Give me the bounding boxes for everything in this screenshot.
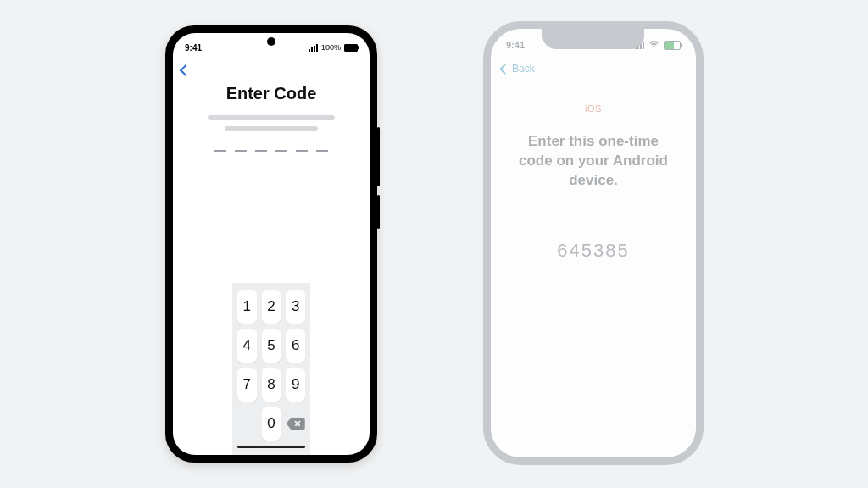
back-button-label[interactable]: Back — [512, 63, 535, 75]
iphone-phone: 9:41 Back iOS Enter this one-time code o… — [483, 21, 704, 465]
keypad-key-6[interactable]: 6 — [286, 329, 305, 363]
battery-icon — [664, 41, 681, 50]
code-slot — [316, 150, 328, 152]
code-input[interactable] — [214, 150, 328, 152]
code-slot — [214, 150, 226, 152]
android-camera-hole — [267, 37, 275, 46]
keypad-key-8[interactable]: 8 — [262, 368, 281, 402]
stage: 9:41 100% Enter Code — [0, 0, 868, 488]
keypad-key-3[interactable]: 3 — [286, 290, 305, 324]
keypad-blank — [237, 407, 257, 441]
subtitle-placeholder-line — [225, 126, 318, 131]
back-icon[interactable] — [180, 64, 192, 76]
backspace-icon — [287, 418, 305, 430]
keypad-key-4[interactable]: 4 — [237, 329, 257, 363]
battery-icon — [344, 44, 358, 52]
android-content: Enter Code 1 2 3 — [173, 82, 370, 455]
android-screen: 9:41 100% Enter Code — [173, 33, 370, 455]
enter-code-title: Enter Code — [226, 84, 317, 103]
subtitle-placeholder-line — [208, 115, 335, 120]
iphone-content: iOS Enter this one-time code on your And… — [491, 80, 696, 262]
wifi-icon — [648, 40, 659, 50]
iphone-nav-bar: Back — [491, 58, 696, 80]
android-phone: 9:41 100% Enter Code — [165, 25, 377, 463]
code-slot — [275, 150, 287, 152]
iphone-frame: 9:41 Back iOS Enter this one-time code o… — [483, 21, 704, 465]
numeric-keypad: 1 2 3 4 5 6 7 8 9 — [232, 283, 310, 455]
keypad-key-2[interactable]: 2 — [262, 290, 281, 324]
android-battery-label: 100% — [321, 43, 341, 52]
iphone-notch — [542, 29, 644, 49]
keypad-key-0[interactable]: 0 — [262, 407, 281, 441]
android-status-time: 9:41 — [185, 43, 202, 53]
keypad-key-5[interactable]: 5 — [262, 329, 281, 363]
android-top-bar — [173, 58, 370, 82]
iphone-status-time: 9:41 — [506, 40, 525, 50]
keypad-key-1[interactable]: 1 — [237, 290, 257, 324]
code-slot — [235, 150, 247, 152]
keypad-backspace[interactable] — [286, 407, 305, 441]
ios-subheader: iOS — [491, 103, 696, 114]
code-slot — [255, 150, 267, 152]
back-icon[interactable] — [499, 64, 510, 75]
signal-icon — [309, 44, 318, 52]
keypad-key-9[interactable]: 9 — [286, 368, 305, 402]
keypad-key-7[interactable]: 7 — [237, 368, 257, 402]
android-status-right: 100% — [309, 43, 358, 52]
instruction-text: Enter this one-time code on your Android… — [491, 132, 696, 191]
code-slot — [296, 150, 308, 152]
one-time-code: 645385 — [491, 240, 696, 262]
android-home-indicator — [237, 446, 305, 448]
